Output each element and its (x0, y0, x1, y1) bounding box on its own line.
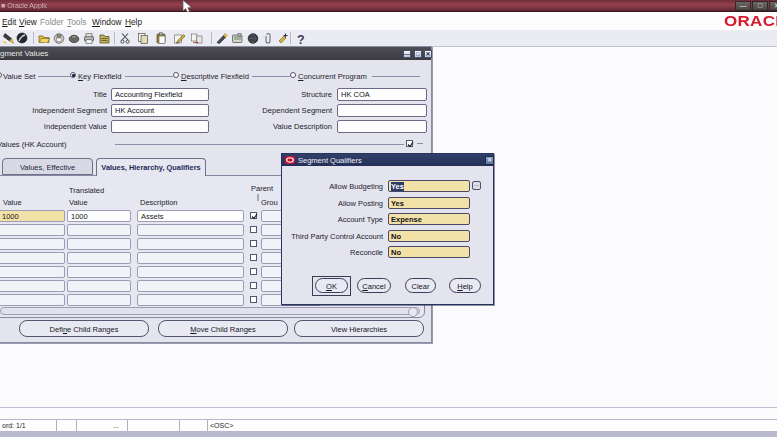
svg-text:?: ? (297, 33, 305, 46)
